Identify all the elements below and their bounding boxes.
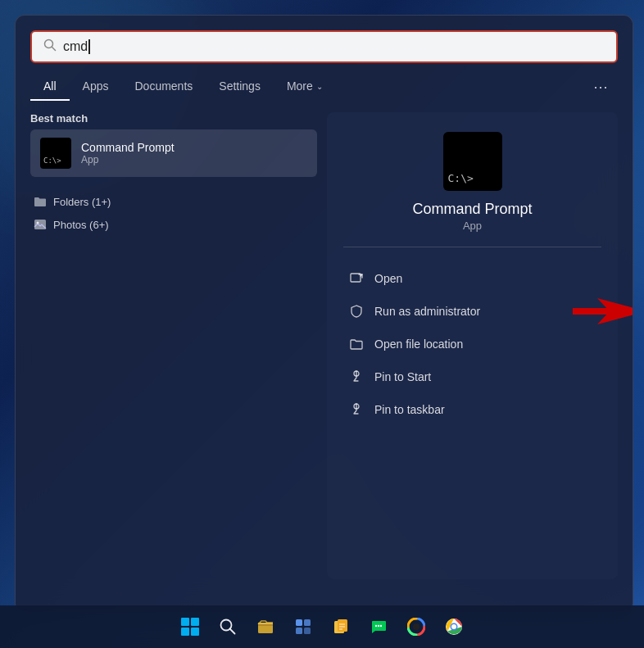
widgets-icon bbox=[294, 618, 312, 636]
photos-result[interactable]: Photos (6+) bbox=[30, 213, 317, 236]
taskbar-settings-button[interactable] bbox=[398, 609, 434, 645]
tab-settings[interactable]: Settings bbox=[206, 73, 274, 101]
svg-rect-6 bbox=[573, 308, 610, 315]
pin-to-start-label: Pin to Start bbox=[374, 370, 431, 383]
other-results: Folders (1+) Photos (6+) bbox=[30, 190, 317, 236]
tab-more[interactable]: More ⌄ bbox=[274, 73, 336, 101]
svg-rect-13 bbox=[296, 619, 302, 626]
pin-icon bbox=[348, 369, 365, 385]
best-match-text: Command Prompt App bbox=[81, 141, 175, 165]
svg-point-24 bbox=[380, 625, 382, 627]
folders-label: Folders (1+) bbox=[53, 196, 111, 208]
taskbar-feedback-button[interactable] bbox=[361, 609, 397, 645]
svg-point-23 bbox=[378, 625, 379, 627]
red-arrow-indicator bbox=[573, 297, 633, 326]
svg-point-29 bbox=[451, 624, 456, 629]
action-pin-to-start[interactable]: Pin to Start bbox=[343, 360, 601, 393]
action-pin-to-taskbar[interactable]: Pin to taskbar bbox=[343, 393, 601, 426]
taskbar-items bbox=[172, 609, 472, 645]
main-content: Best match Command Prompt App Folders (1… bbox=[30, 112, 618, 579]
taskbar-search-icon bbox=[219, 618, 237, 636]
svg-point-26 bbox=[413, 623, 420, 630]
open-label: Open bbox=[374, 272, 402, 285]
run-as-admin-label: Run as administrator bbox=[374, 305, 480, 318]
svg-rect-12 bbox=[258, 623, 273, 624]
tab-apps[interactable]: Apps bbox=[70, 73, 122, 101]
action-list: Open Run as administrator bbox=[343, 262, 601, 426]
files-icon bbox=[332, 618, 350, 636]
svg-rect-2 bbox=[34, 220, 46, 229]
svg-rect-14 bbox=[304, 619, 311, 626]
shield-icon bbox=[348, 303, 365, 319]
pin-to-taskbar-label: Pin to taskbar bbox=[374, 403, 445, 416]
taskbar-widgets-button[interactable] bbox=[285, 609, 321, 645]
search-icon bbox=[43, 39, 57, 55]
chrome-icon bbox=[445, 618, 463, 636]
search-cursor bbox=[88, 39, 90, 54]
app-large-icon bbox=[443, 132, 502, 191]
windows-logo-icon bbox=[181, 618, 199, 636]
feedback-icon bbox=[370, 618, 388, 636]
filter-tabs: All Apps Documents Settings More ⌄ ⋯ bbox=[16, 63, 633, 102]
best-match-title: Command Prompt bbox=[81, 141, 175, 154]
taskbar-chrome-button[interactable] bbox=[436, 609, 472, 645]
chevron-down-icon: ⌄ bbox=[316, 82, 323, 91]
svg-rect-16 bbox=[304, 628, 311, 634]
taskbar-file-explorer-button[interactable] bbox=[247, 609, 283, 645]
action-open[interactable]: Open bbox=[343, 262, 601, 295]
taskbar bbox=[0, 605, 644, 648]
photo-icon bbox=[34, 218, 47, 231]
folder-open-icon bbox=[348, 336, 365, 352]
app-name: Command Prompt bbox=[412, 201, 532, 218]
action-run-as-admin[interactable]: Run as administrator bbox=[343, 295, 601, 328]
best-match-item[interactable]: Command Prompt App bbox=[30, 129, 317, 177]
search-bar[interactable]: cmd bbox=[30, 30, 618, 63]
pin-taskbar-icon bbox=[348, 401, 365, 418]
folder-icon bbox=[34, 195, 47, 208]
left-panel: Best match Command Prompt App Folders (1… bbox=[30, 112, 317, 579]
svg-line-1 bbox=[52, 48, 56, 51]
open-file-location-label: Open file location bbox=[374, 338, 463, 351]
file-explorer-icon bbox=[256, 618, 274, 636]
start-menu: cmd All Apps Documents Settings More ⌄ ⋯… bbox=[15, 15, 633, 613]
app-header: Command Prompt App bbox=[343, 132, 601, 247]
tab-documents[interactable]: Documents bbox=[121, 73, 206, 101]
best-match-subtitle: App bbox=[81, 154, 175, 165]
svg-line-10 bbox=[230, 629, 235, 634]
photos-label: Photos (6+) bbox=[53, 219, 109, 231]
app-type: App bbox=[463, 220, 482, 232]
svg-rect-15 bbox=[296, 628, 302, 634]
cmd-app-icon bbox=[40, 138, 71, 169]
tab-all[interactable]: All bbox=[30, 73, 70, 101]
action-open-file-location[interactable]: Open file location bbox=[343, 328, 601, 360]
settings-icon bbox=[407, 618, 425, 636]
search-input-value[interactable]: cmd bbox=[63, 39, 88, 54]
taskbar-files-button[interactable] bbox=[323, 609, 359, 645]
folders-result[interactable]: Folders (1+) bbox=[30, 190, 317, 213]
more-label: More bbox=[287, 79, 313, 93]
right-panel: Command Prompt App Open bbox=[327, 112, 618, 579]
best-match-label: Best match bbox=[30, 112, 317, 125]
open-icon bbox=[348, 270, 365, 287]
svg-point-22 bbox=[375, 625, 377, 627]
svg-rect-18 bbox=[338, 619, 347, 632]
more-options-button[interactable]: ⋯ bbox=[585, 71, 618, 102]
taskbar-start-button[interactable] bbox=[172, 609, 208, 645]
taskbar-search-button[interactable] bbox=[210, 609, 246, 645]
